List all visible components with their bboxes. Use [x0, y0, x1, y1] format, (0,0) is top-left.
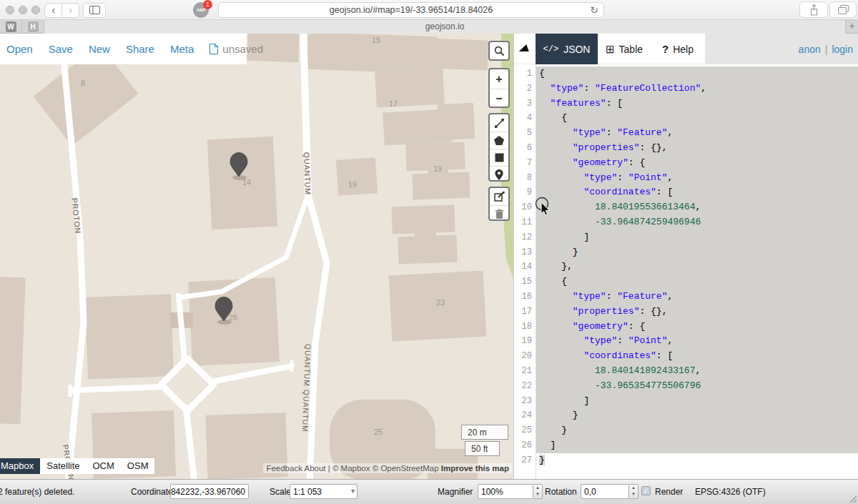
save-status: unsaved — [209, 43, 263, 55]
rotation-spinner[interactable]: ▲▼ — [629, 484, 638, 499]
scale-imperial: 50 ft — [465, 441, 500, 456]
magnifier-label: Magnifier — [438, 487, 473, 497]
basemap-switcher: MapboxSatelliteOCMOSM — [0, 458, 154, 474]
improve-map-link[interactable]: Improve this map — [441, 464, 509, 473]
pinned-tab-h-icon: H — [28, 21, 39, 32]
building-number-label: 19 — [348, 180, 357, 189]
tab-help[interactable]: ? Help — [662, 34, 694, 64]
reload-button[interactable]: ↻ — [590, 3, 598, 17]
basemap-button-satellite[interactable]: Satellite — [40, 458, 86, 474]
login-link[interactable]: login — [832, 44, 853, 55]
tab-overview-button[interactable] — [829, 1, 857, 18]
save-button[interactable]: Save — [49, 43, 73, 55]
map-attribution: Feedback About | © Mapbox © OpenStreetMa… — [263, 463, 512, 473]
share-button[interactable]: Share — [126, 43, 154, 55]
building-number-label: 17 — [389, 99, 398, 108]
basemap-button-osm[interactable]: OSM — [121, 458, 155, 474]
zoom-in-button[interactable]: + — [490, 69, 508, 89]
rotation-input[interactable]: 0,0 — [581, 484, 629, 499]
magnifier-spinner[interactable]: ▲▼ — [533, 484, 543, 499]
editor-gutter: 1234567891011121314151617181920212223242… — [514, 66, 536, 468]
edit-feature-button[interactable] — [490, 188, 508, 205]
code-line: "properties": {}, — [536, 305, 858, 320]
feedback-link[interactable]: Feedback — [266, 464, 302, 473]
coordinate-input[interactable]: 18.842232,-33.967060 — [170, 484, 249, 499]
code-line: ] — [536, 438, 858, 453]
basemap-button-mapbox[interactable]: Mapbox — [0, 458, 40, 474]
tab-json[interactable]: </> JSON — [536, 34, 598, 64]
code-line: "features": [ — [536, 97, 858, 112]
draw-rectangle-button[interactable] — [490, 149, 508, 166]
code-line: "geometry": { — [536, 320, 858, 335]
table-icon: ⊞ — [606, 43, 615, 56]
url-field[interactable]: geojson.io/#map=19/-33.96514/18.84026 ↻ — [218, 2, 604, 18]
login-zone: anon | login — [705, 34, 858, 64]
minimize-window-button[interactable] — [19, 6, 27, 14]
map-marker[interactable] — [214, 297, 234, 328]
magnifier-input[interactable]: 100% — [478, 484, 533, 499]
map-markers-layer — [0, 34, 513, 479]
document-icon — [209, 44, 218, 54]
line-number: 8 — [514, 171, 536, 186]
json-editor[interactable]: 1234567891011121314151617181920212223242… — [514, 64, 858, 479]
login-divider: | — [825, 44, 828, 55]
anon-link[interactable]: anon — [799, 44, 821, 55]
open-button[interactable]: Open — [6, 43, 33, 55]
code-icon: </> — [543, 44, 559, 54]
forward-button[interactable]: › — [62, 4, 79, 17]
json-panel: </> JSON ⊞ Table ? Help anon | login 123… — [513, 34, 858, 479]
draw-line-button[interactable] — [490, 114, 508, 132]
sidebar-button[interactable] — [83, 3, 106, 18]
new-tab-button[interactable]: + — [846, 20, 858, 34]
search-control[interactable] — [488, 41, 510, 61]
edit-tools — [488, 187, 510, 221]
building-number-label: 8 — [81, 79, 85, 87]
draw-marker-button[interactable] — [490, 166, 508, 183]
code-line: { — [536, 111, 858, 126]
active-tab[interactable]: geojson.io — [44, 20, 846, 34]
zoom-out-button[interactable]: − — [490, 89, 508, 108]
line-icon — [494, 118, 505, 129]
draw-polygon-button[interactable] — [490, 132, 508, 149]
line-number: 23 — [514, 394, 536, 409]
pinned-tab-h[interactable]: H — [22, 20, 44, 34]
basemap-button-ocm[interactable]: OCM — [87, 458, 121, 474]
status-message: 2 feature(s) deleted. — [0, 487, 74, 497]
meta-button[interactable]: Meta — [170, 43, 194, 55]
line-number: 2 — [514, 81, 536, 97]
tab-table[interactable]: ⊞ Table — [606, 34, 643, 64]
collapse-panel-arrow[interactable] — [519, 44, 531, 51]
polygon-icon — [493, 135, 505, 146]
editor-code[interactable]: { "type": "FeatureCollection", "features… — [536, 66, 858, 468]
code-line: "properties": {}, — [536, 141, 858, 156]
about-link[interactable]: About — [304, 464, 325, 473]
pinned-tab-w[interactable]: W — [0, 20, 22, 34]
code-line: "type": "FeatureCollection", — [536, 81, 858, 97]
rectangle-icon — [495, 153, 504, 162]
marker-icon — [495, 169, 503, 180]
new-button[interactable]: New — [89, 43, 110, 55]
back-button[interactable]: ‹ — [45, 4, 61, 17]
line-number: 3 — [514, 97, 536, 112]
line-number: 16 — [514, 290, 536, 305]
nav-button-group: ‹ › — [44, 3, 79, 18]
map-canvas[interactable]: PROTONQUANTUMQUANTUM QUANTUMPROTON815171… — [0, 34, 513, 479]
code-line: "type": "Point", — [536, 334, 858, 349]
tabs-icon — [838, 5, 849, 15]
building-number-label: 15 — [372, 36, 380, 44]
delete-feature-button[interactable] — [490, 205, 508, 222]
code-line: } — [536, 408, 858, 423]
line-number: 15 — [514, 275, 536, 290]
close-window-button[interactable] — [6, 6, 14, 14]
coordinate-label: Coordinate — [131, 487, 173, 497]
adblock-badge: 1 — [203, 0, 212, 9]
map-marker[interactable] — [229, 152, 249, 184]
zoom-window-button[interactable] — [31, 6, 40, 14]
render-checkbox[interactable]: ✓ — [641, 486, 651, 495]
code-line: "coordinates": [ — [536, 185, 858, 200]
resize-grip[interactable] — [847, 493, 857, 503]
epsg-label[interactable]: EPSG:4326 (OTF) — [695, 487, 766, 497]
search-icon — [490, 42, 508, 59]
share-page-button[interactable] — [799, 1, 828, 18]
scale-combo[interactable]: 1:1 053 ▾ — [290, 484, 358, 499]
